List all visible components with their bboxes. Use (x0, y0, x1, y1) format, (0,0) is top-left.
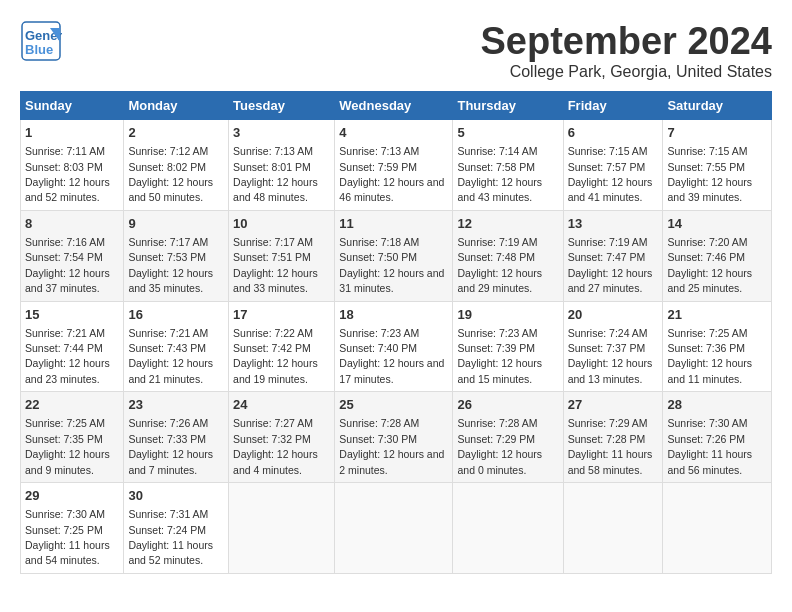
sunrise-info: Sunrise: 7:25 AM (25, 417, 105, 429)
sunset-info: Sunset: 7:26 PM (667, 433, 745, 445)
col-monday: Monday (124, 92, 229, 120)
day-number: 18 (339, 306, 448, 324)
sunrise-info: Sunrise: 7:21 AM (25, 327, 105, 339)
calendar-cell: 4 Sunrise: 7:13 AM Sunset: 7:59 PM Dayli… (335, 120, 453, 211)
daylight-info: Daylight: 12 hours and 15 minutes. (457, 357, 542, 384)
header-row: Sunday Monday Tuesday Wednesday Thursday… (21, 92, 772, 120)
daylight-info: Daylight: 12 hours and 17 minutes. (339, 357, 444, 384)
sunset-info: Sunset: 7:53 PM (128, 251, 206, 263)
daylight-info: Daylight: 11 hours and 58 minutes. (568, 448, 653, 475)
sunrise-info: Sunrise: 7:16 AM (25, 236, 105, 248)
sunset-info: Sunset: 7:40 PM (339, 342, 417, 354)
sunset-info: Sunset: 7:47 PM (568, 251, 646, 263)
sunset-info: Sunset: 7:48 PM (457, 251, 535, 263)
day-number: 10 (233, 215, 330, 233)
daylight-info: Daylight: 12 hours and 21 minutes. (128, 357, 213, 384)
day-number: 3 (233, 124, 330, 142)
daylight-info: Daylight: 12 hours and 46 minutes. (339, 176, 444, 203)
sunrise-info: Sunrise: 7:21 AM (128, 327, 208, 339)
calendar-cell: 26 Sunrise: 7:28 AM Sunset: 7:29 PM Dayl… (453, 392, 563, 483)
calendar-cell: 21 Sunrise: 7:25 AM Sunset: 7:36 PM Dayl… (663, 301, 772, 392)
day-number: 4 (339, 124, 448, 142)
daylight-info: Daylight: 12 hours and 52 minutes. (25, 176, 110, 203)
sunrise-info: Sunrise: 7:30 AM (667, 417, 747, 429)
calendar-cell: 12 Sunrise: 7:19 AM Sunset: 7:48 PM Dayl… (453, 210, 563, 301)
daylight-info: Daylight: 12 hours and 50 minutes. (128, 176, 213, 203)
day-number: 17 (233, 306, 330, 324)
calendar-cell: 17 Sunrise: 7:22 AM Sunset: 7:42 PM Dayl… (229, 301, 335, 392)
calendar-row: 15 Sunrise: 7:21 AM Sunset: 7:44 PM Dayl… (21, 301, 772, 392)
calendar-cell: 18 Sunrise: 7:23 AM Sunset: 7:40 PM Dayl… (335, 301, 453, 392)
sunset-info: Sunset: 7:28 PM (568, 433, 646, 445)
sunrise-info: Sunrise: 7:17 AM (233, 236, 313, 248)
sunrise-info: Sunrise: 7:13 AM (339, 145, 419, 157)
day-number: 26 (457, 396, 558, 414)
day-number: 28 (667, 396, 767, 414)
sunset-info: Sunset: 8:01 PM (233, 161, 311, 173)
sunset-info: Sunset: 7:25 PM (25, 524, 103, 536)
sunrise-info: Sunrise: 7:31 AM (128, 508, 208, 520)
day-number: 25 (339, 396, 448, 414)
sunset-info: Sunset: 7:33 PM (128, 433, 206, 445)
calendar-cell: 24 Sunrise: 7:27 AM Sunset: 7:32 PM Dayl… (229, 392, 335, 483)
daylight-info: Daylight: 12 hours and 39 minutes. (667, 176, 752, 203)
day-number: 2 (128, 124, 224, 142)
sunset-info: Sunset: 7:36 PM (667, 342, 745, 354)
sunrise-info: Sunrise: 7:23 AM (339, 327, 419, 339)
logo: General Blue (20, 20, 62, 62)
daylight-info: Daylight: 11 hours and 54 minutes. (25, 539, 110, 566)
daylight-info: Daylight: 12 hours and 4 minutes. (233, 448, 318, 475)
logo-icon: General Blue (20, 20, 62, 62)
daylight-info: Daylight: 12 hours and 48 minutes. (233, 176, 318, 203)
day-number: 9 (128, 215, 224, 233)
page-subtitle: College Park, Georgia, United States (481, 63, 773, 81)
sunset-info: Sunset: 7:37 PM (568, 342, 646, 354)
sunrise-info: Sunrise: 7:27 AM (233, 417, 313, 429)
calendar-cell: 27 Sunrise: 7:29 AM Sunset: 7:28 PM Dayl… (563, 392, 663, 483)
calendar-cell (663, 483, 772, 574)
calendar-cell: 1 Sunrise: 7:11 AM Sunset: 8:03 PM Dayli… (21, 120, 124, 211)
calendar-cell: 20 Sunrise: 7:24 AM Sunset: 7:37 PM Dayl… (563, 301, 663, 392)
calendar-cell: 8 Sunrise: 7:16 AM Sunset: 7:54 PM Dayli… (21, 210, 124, 301)
calendar-cell (563, 483, 663, 574)
daylight-info: Daylight: 12 hours and 7 minutes. (128, 448, 213, 475)
calendar-cell (229, 483, 335, 574)
calendar-cell: 30 Sunrise: 7:31 AM Sunset: 7:24 PM Dayl… (124, 483, 229, 574)
calendar-row: 22 Sunrise: 7:25 AM Sunset: 7:35 PM Dayl… (21, 392, 772, 483)
calendar-cell: 15 Sunrise: 7:21 AM Sunset: 7:44 PM Dayl… (21, 301, 124, 392)
sunrise-info: Sunrise: 7:12 AM (128, 145, 208, 157)
day-number: 27 (568, 396, 659, 414)
daylight-info: Daylight: 11 hours and 56 minutes. (667, 448, 752, 475)
daylight-info: Daylight: 12 hours and 41 minutes. (568, 176, 653, 203)
calendar-cell: 6 Sunrise: 7:15 AM Sunset: 7:57 PM Dayli… (563, 120, 663, 211)
daylight-info: Daylight: 12 hours and 33 minutes. (233, 267, 318, 294)
sunset-info: Sunset: 7:51 PM (233, 251, 311, 263)
calendar-cell: 14 Sunrise: 7:20 AM Sunset: 7:46 PM Dayl… (663, 210, 772, 301)
calendar-table: Sunday Monday Tuesday Wednesday Thursday… (20, 91, 772, 574)
col-tuesday: Tuesday (229, 92, 335, 120)
day-number: 19 (457, 306, 558, 324)
daylight-info: Daylight: 12 hours and 19 minutes. (233, 357, 318, 384)
calendar-cell: 5 Sunrise: 7:14 AM Sunset: 7:58 PM Dayli… (453, 120, 563, 211)
sunset-info: Sunset: 8:02 PM (128, 161, 206, 173)
day-number: 23 (128, 396, 224, 414)
sunset-info: Sunset: 8:03 PM (25, 161, 103, 173)
day-number: 24 (233, 396, 330, 414)
daylight-info: Daylight: 12 hours and 9 minutes. (25, 448, 110, 475)
day-number: 1 (25, 124, 119, 142)
calendar-cell (335, 483, 453, 574)
calendar-cell: 9 Sunrise: 7:17 AM Sunset: 7:53 PM Dayli… (124, 210, 229, 301)
sunset-info: Sunset: 7:44 PM (25, 342, 103, 354)
col-sunday: Sunday (21, 92, 124, 120)
day-number: 21 (667, 306, 767, 324)
day-number: 12 (457, 215, 558, 233)
sunset-info: Sunset: 7:35 PM (25, 433, 103, 445)
sunrise-info: Sunrise: 7:17 AM (128, 236, 208, 248)
calendar-row: 8 Sunrise: 7:16 AM Sunset: 7:54 PM Dayli… (21, 210, 772, 301)
daylight-info: Daylight: 11 hours and 52 minutes. (128, 539, 213, 566)
day-number: 11 (339, 215, 448, 233)
sunset-info: Sunset: 7:42 PM (233, 342, 311, 354)
sunset-info: Sunset: 7:39 PM (457, 342, 535, 354)
sunrise-info: Sunrise: 7:20 AM (667, 236, 747, 248)
sunrise-info: Sunrise: 7:24 AM (568, 327, 648, 339)
